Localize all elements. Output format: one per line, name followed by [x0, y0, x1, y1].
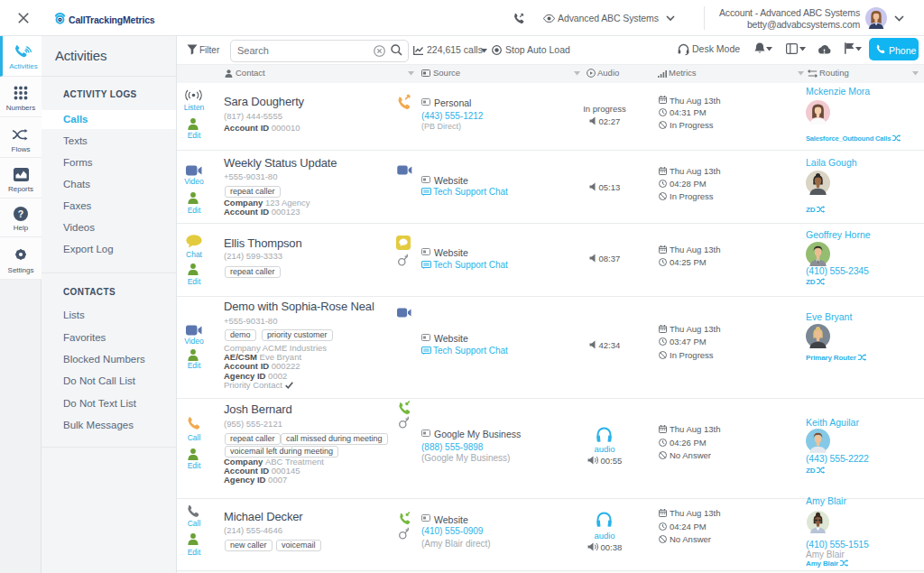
svg-text:?: ?	[18, 208, 23, 219]
